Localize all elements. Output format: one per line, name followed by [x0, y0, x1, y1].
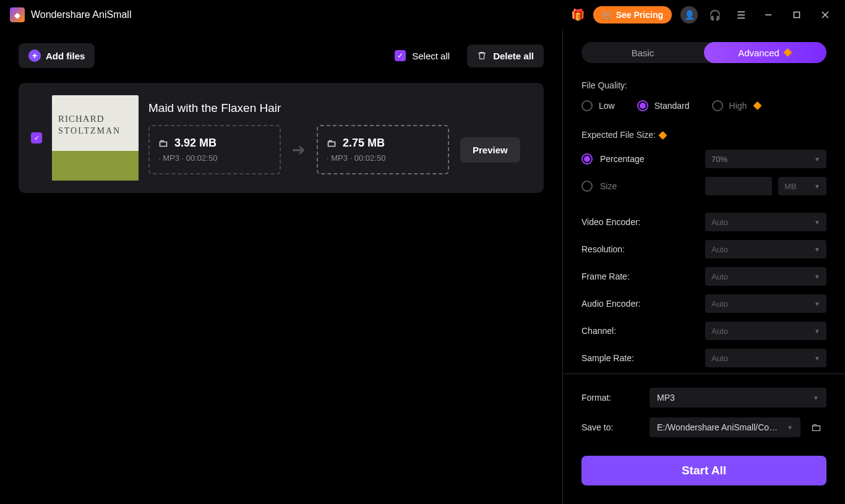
chevron-down-icon: ▼ [813, 395, 819, 401]
app-title: Wondershare AniSmall [31, 9, 131, 20]
minimize-button[interactable] [758, 5, 778, 25]
quality-high-radio[interactable]: High🔶 [712, 100, 763, 111]
right-pane: Basic Advanced 🔶 File Quality: Low Stand… [563, 30, 845, 504]
start-all-button[interactable]: Start All [581, 456, 826, 485]
file-thumbnail: RICHARD STOLTZMAN [52, 95, 139, 181]
add-files-button[interactable]: + Add files [19, 43, 95, 68]
sample-rate-select[interactable]: Auto▼ [705, 349, 826, 367]
see-pricing-button[interactable]: 🛒 See Pricing [593, 6, 672, 23]
tab-advanced[interactable]: Advanced 🔶 [704, 42, 826, 63]
chevron-down-icon: ▼ [814, 183, 820, 190]
percentage-label: Percentage [600, 154, 645, 164]
percentage-radio[interactable]: Percentage [581, 153, 705, 164]
original-size-box: 🗀3.92 MB · MP3 · 00:02:50 [148, 125, 281, 174]
thumb-text1: RICHARD [58, 114, 105, 124]
chevron-down-icon: ▼ [787, 424, 793, 431]
percentage-value: 70% [711, 155, 727, 164]
open-folder-button[interactable]: 🗀 [807, 417, 826, 437]
quality-low-radio[interactable]: Low [581, 100, 615, 111]
quality-standard-label: Standard [654, 101, 690, 111]
check-icon: ✓ [395, 50, 406, 61]
channel-select[interactable]: Auto▼ [705, 322, 826, 340]
arrow-icon: ➔ [292, 140, 306, 160]
diamond-icon: 🔶 [658, 131, 667, 140]
save-to-select[interactable]: E:/Wondershare AniSmall/Comp▼ [650, 417, 800, 437]
tab-advanced-label: Advanced [738, 48, 779, 58]
quality-low-label: Low [599, 101, 615, 111]
frame-rate-label: Frame Rate: [581, 271, 705, 281]
format-label: Format: [581, 393, 650, 403]
audio-encoder-label: Audio Encoder: [581, 299, 705, 309]
expected-size-label: Expected File Size: 🔶 [581, 130, 826, 140]
menu-icon[interactable]: ☰ [732, 6, 750, 23]
gift-icon[interactable]: 🎁 [571, 8, 585, 22]
folder-icon: 🗀 [158, 138, 169, 149]
close-button[interactable] [815, 5, 835, 25]
size-unit-label: MB [784, 182, 797, 191]
preview-button[interactable]: Preview [460, 137, 520, 163]
add-files-label: Add files [46, 51, 85, 61]
chevron-down-icon: ▼ [814, 219, 820, 226]
chevron-down-icon: ▼ [814, 355, 820, 362]
resolution-label: Resolution: [581, 244, 705, 254]
select-all-label: Select all [412, 51, 450, 61]
titlebar: ◆ Wondershare AniSmall 🎁 🛒 See Pricing 👤… [0, 0, 845, 30]
file-checkbox[interactable]: ✓ [31, 132, 42, 143]
chevron-down-icon: ▼ [814, 301, 820, 307]
chevron-down-icon: ▼ [814, 246, 820, 253]
output-size: 2.75 MB [343, 137, 385, 150]
video-encoder-label: Video Encoder: [581, 217, 705, 227]
chevron-down-icon: ▼ [814, 273, 820, 280]
output-meta: · MP3 · 00:02:50 [327, 153, 439, 163]
sample-rate-label: Sample Rate: [581, 353, 705, 363]
file-card: ✓ RICHARD STOLTZMAN Maid with the Flaxen… [19, 83, 544, 193]
audio-encoder-select[interactable]: Auto▼ [705, 294, 826, 313]
quality-high-label: High [729, 101, 747, 111]
save-to-label: Save to: [581, 422, 650, 432]
see-pricing-label: See Pricing [616, 10, 663, 20]
delete-all-label: Delete all [493, 51, 534, 61]
size-radio[interactable]: Size [581, 181, 705, 192]
video-encoder-select[interactable]: Auto▼ [705, 213, 826, 231]
frame-rate-select[interactable]: Auto▼ [705, 267, 826, 286]
save-to-value: E:/Wondershare AniSmall/Comp [657, 422, 781, 432]
trash-icon [477, 51, 487, 61]
percentage-select[interactable]: 70%▼ [705, 150, 826, 168]
size-input[interactable] [705, 177, 772, 195]
original-size: 3.92 MB [174, 137, 217, 150]
format-value: MP3 [657, 393, 675, 403]
format-select[interactable]: MP3▼ [650, 388, 826, 408]
tab-basic[interactable]: Basic [581, 42, 704, 63]
quality-standard-radio[interactable]: Standard [637, 100, 690, 111]
channel-label: Channel: [581, 326, 705, 336]
diamond-icon: 🔶 [783, 48, 792, 57]
user-avatar[interactable]: 👤 [680, 6, 698, 23]
output-size-box: 🗀2.75 MB · MP3 · 00:02:50 [317, 125, 449, 174]
plus-icon: + [28, 49, 41, 62]
app-icon: ◆ [10, 7, 25, 22]
folder-icon: 🗀 [327, 138, 338, 149]
size-label: Size [600, 181, 617, 191]
chevron-down-icon: ▼ [814, 328, 820, 335]
delete-all-button[interactable]: Delete all [467, 45, 544, 67]
file-quality-label: File Quality: [581, 80, 826, 90]
cart-icon: 🛒 [602, 10, 612, 20]
mode-tabs: Basic Advanced 🔶 [581, 42, 826, 63]
original-meta: · MP3 · 00:02:50 [158, 153, 271, 163]
diamond-icon: 🔶 [753, 101, 762, 110]
file-title: Maid with the Flaxen Hair [148, 101, 531, 115]
support-icon[interactable]: 🎧 [706, 6, 724, 23]
size-unit-select[interactable]: MB▼ [778, 177, 826, 195]
svg-rect-1 [794, 12, 800, 18]
left-pane: + Add files ✓ Select all Delete all ✓ RI… [0, 30, 563, 504]
resolution-select[interactable]: Auto▼ [705, 240, 826, 258]
chevron-down-icon: ▼ [814, 156, 820, 163]
thumb-text2: STOLTZMAN [58, 126, 121, 136]
maximize-button[interactable] [787, 5, 807, 25]
select-all-checkbox[interactable]: ✓ Select all [395, 50, 450, 61]
